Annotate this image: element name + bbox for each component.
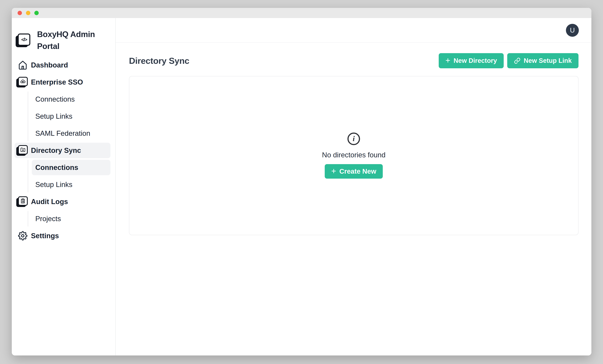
sidebar-item-sso-setup-links[interactable]: Setup Links: [32, 109, 110, 124]
sidebar-item-label: Connections: [35, 95, 75, 103]
close-window-button[interactable]: [18, 11, 22, 15]
sidebar-item-label: Projects: [35, 215, 61, 223]
sidebar-item-settings[interactable]: Settings: [14, 228, 110, 243]
sidebar-nav: Dashboard: [12, 57, 115, 243]
folder-keycap-icon: [18, 145, 28, 156]
window-titlebar: [12, 8, 591, 18]
clipboard-keycap-icon: [18, 196, 28, 207]
sidebar-item-dsync-connections[interactable]: Connections: [32, 160, 110, 175]
sidebar-item-label: SAML Federation: [35, 129, 90, 137]
sidebar-item-dashboard[interactable]: Dashboard: [14, 57, 110, 73]
gear-icon: [18, 231, 28, 241]
info-icon: i: [348, 132, 360, 145]
main-area: U Directory Sync + New Directory: [116, 18, 591, 355]
new-setup-link-label: New Setup Link: [524, 57, 572, 64]
sidebar-item-label: Connections: [35, 164, 78, 172]
page-actions: + New Directory New Setup Link: [439, 53, 579, 68]
sidebar-item-label: Enterprise SSO: [31, 78, 83, 86]
page-content: Directory Sync + New Directory New Setup…: [116, 43, 591, 235]
sidebar-item-enterprise-sso[interactable]: Enterprise SSO: [14, 74, 110, 90]
sidebar-item-label: Dashboard: [31, 61, 68, 69]
plus-icon: +: [331, 167, 336, 175]
sidebar-item-label: Audit Logs: [31, 198, 68, 206]
top-header: U: [116, 18, 591, 43]
sidebar-item-dsync-setup-links[interactable]: Setup Links: [32, 177, 110, 192]
sidebar-item-label: Directory Sync: [31, 146, 81, 154]
sidebar-item-label: Settings: [31, 232, 59, 240]
sidebar-item-projects[interactable]: Projects: [32, 211, 110, 226]
maximize-window-button[interactable]: [34, 11, 39, 15]
link-icon: [514, 57, 521, 64]
sidebar-item-label: Setup Links: [35, 112, 72, 120]
sidebar-item-audit-logs[interactable]: Audit Logs: [14, 194, 110, 210]
code-keycap-icon: </>: [17, 33, 31, 47]
page-title: Directory Sync: [129, 56, 189, 66]
audit-logs-subgroup: Projects: [28, 211, 115, 226]
sidebar-item-directory-sync[interactable]: Directory Sync: [14, 143, 110, 158]
empty-state-message: No directories found: [322, 151, 385, 159]
create-new-label: Create New: [339, 167, 376, 175]
sso-cloud-keycap-icon: [18, 77, 28, 88]
minimize-window-button[interactable]: [26, 11, 30, 15]
code-glyph: </>: [21, 37, 27, 42]
directories-empty-card: i No directories found + Create New: [129, 76, 579, 235]
sidebar-item-label: Setup Links: [35, 181, 72, 189]
new-setup-link-button[interactable]: New Setup Link: [507, 53, 579, 68]
plus-icon: +: [445, 56, 450, 65]
browser-window: </> BoxyHQ Admin Portal Dashboard: [12, 8, 591, 355]
app-logo[interactable]: </> BoxyHQ Admin Portal: [17, 28, 111, 52]
user-avatar[interactable]: U: [566, 24, 579, 37]
new-directory-label: New Directory: [453, 57, 497, 64]
app-title: BoxyHQ Admin Portal: [37, 28, 111, 52]
home-icon: [18, 60, 28, 70]
enterprise-sso-subgroup: Connections Setup Links SAML Federation: [28, 91, 115, 141]
sidebar: </> BoxyHQ Admin Portal Dashboard: [12, 18, 116, 355]
sidebar-item-saml-federation[interactable]: SAML Federation: [32, 126, 110, 141]
new-directory-button[interactable]: + New Directory: [439, 53, 504, 68]
directory-sync-subgroup: Connections Setup Links: [28, 160, 115, 192]
create-new-button[interactable]: + Create New: [325, 164, 383, 179]
sidebar-item-sso-connections[interactable]: Connections: [32, 91, 110, 107]
